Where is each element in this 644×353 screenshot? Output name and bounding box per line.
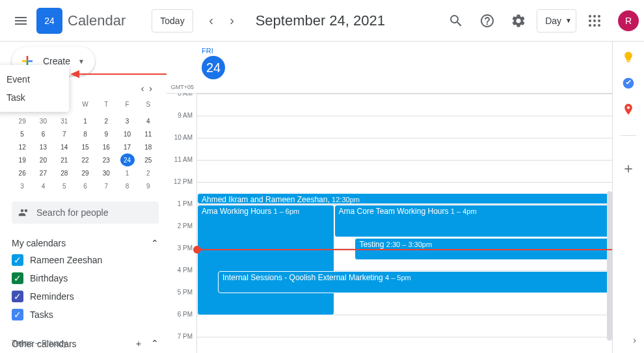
mini-cal-day[interactable]: 11: [141, 127, 155, 140]
day-number[interactable]: 24: [202, 56, 225, 79]
hour-label: 7 PM: [167, 333, 196, 353]
mini-cal-next[interactable]: ›: [146, 81, 155, 96]
hour-label: 10 AM: [167, 134, 196, 156]
mini-cal-day[interactable]: 24: [120, 153, 135, 166]
create-dropdown-menu: Event Task: [0, 65, 69, 112]
calendar-item[interactable]: ✓Birthdays: [12, 269, 159, 287]
mini-cal-day[interactable]: 1: [120, 166, 135, 179]
mini-cal-day[interactable]: 4: [36, 179, 50, 192]
terms-link[interactable]: Terms: [12, 339, 33, 348]
hour-label: 11 AM: [167, 156, 196, 178]
mini-cal-day[interactable]: 10: [120, 127, 135, 140]
mini-cal-day[interactable]: 28: [57, 166, 72, 179]
calendar-item[interactable]: ✓Rameen Zeeshan: [12, 251, 159, 269]
mini-cal-day[interactable]: 30: [99, 166, 113, 179]
mini-cal-day[interactable]: 7: [99, 179, 113, 192]
tasks-icon[interactable]: [622, 77, 635, 90]
mini-cal-day[interactable]: 3: [15, 179, 29, 192]
keep-icon[interactable]: [622, 51, 635, 64]
calendar-logo-icon: 24: [36, 8, 62, 34]
privacy-link[interactable]: Privacy: [42, 339, 67, 348]
settings-icon[interactable]: [505, 8, 531, 34]
current-date-title: September 24, 2021: [256, 12, 385, 29]
mini-cal-day[interactable]: 6: [78, 179, 92, 192]
mini-cal-day[interactable]: 6: [36, 127, 50, 140]
mini-cal-day[interactable]: 12: [15, 140, 29, 153]
calendar-item[interactable]: ✓Tasks: [12, 306, 159, 324]
mini-cal-day[interactable]: 5: [57, 179, 72, 192]
svg-point-1: [593, 15, 596, 18]
mini-cal-day[interactable]: 9: [99, 127, 113, 140]
add-calendar-icon[interactable]: ＋: [134, 338, 143, 348]
mini-cal-day[interactable]: 31: [57, 114, 72, 127]
mini-cal-day[interactable]: 1: [78, 114, 92, 127]
today-button[interactable]: Today: [152, 9, 193, 33]
calendar-event[interactable]: Internal Sessions - Qoolish External Mar…: [218, 271, 612, 293]
scrollbar[interactable]: [607, 191, 612, 341]
mini-cal-day[interactable]: 29: [78, 166, 92, 179]
hour-label: 2 PM: [167, 222, 196, 244]
search-people-input[interactable]: Search for people: [12, 202, 159, 224]
mini-cal-day[interactable]: 9: [141, 179, 155, 192]
mini-cal-day[interactable]: 13: [36, 140, 50, 153]
calendar-event[interactable]: Ahmed Ikram and Rameen Zeeshan, 12:30pm: [197, 193, 612, 204]
mini-cal-day[interactable]: 22: [78, 153, 92, 166]
prev-day-button[interactable]: ‹: [201, 10, 222, 31]
collapse-icon[interactable]: ⌃: [151, 338, 159, 348]
calendar-label: Reminders: [30, 291, 74, 302]
mini-cal-day[interactable]: 20: [36, 153, 50, 166]
collapse-icon[interactable]: ⌃: [151, 238, 159, 248]
checkbox-icon[interactable]: ✓: [12, 254, 23, 266]
mini-cal-day[interactable]: 30: [36, 114, 50, 127]
account-avatar[interactable]: R: [618, 10, 639, 31]
hour-label: 4 PM: [167, 267, 196, 289]
mini-cal-day[interactable]: 23: [99, 153, 113, 166]
mini-cal-day[interactable]: 2: [99, 114, 113, 127]
mini-cal-dow: F: [120, 98, 135, 111]
mini-cal-day[interactable]: 18: [141, 140, 155, 153]
mini-cal-day[interactable]: 27: [36, 166, 50, 179]
mini-cal-day[interactable]: 17: [120, 140, 135, 153]
logo[interactable]: 24 Calendar: [36, 8, 126, 34]
calendar-event[interactable]: Ama Working Hours 1 – 6pm: [197, 205, 334, 315]
search-icon[interactable]: [443, 8, 469, 34]
add-addon-button[interactable]: ＋: [615, 155, 641, 181]
mini-cal-day[interactable]: 5: [15, 127, 29, 140]
hide-panel-button[interactable]: ›: [633, 335, 636, 345]
svg-point-2: [598, 15, 600, 18]
mini-cal-day[interactable]: 8: [78, 127, 92, 140]
mini-cal-day[interactable]: 26: [15, 166, 29, 179]
checkbox-icon[interactable]: ✓: [12, 291, 23, 302]
mini-cal-day[interactable]: 19: [15, 153, 29, 166]
calendar-event[interactable]: Ama Core Team Working Hours 1 – 4pm: [334, 205, 612, 237]
view-selector[interactable]: Day▼: [537, 9, 576, 33]
mini-cal-prev[interactable]: ‹: [139, 81, 147, 96]
mini-cal-day[interactable]: 16: [99, 140, 113, 153]
next-day-button[interactable]: ›: [222, 10, 243, 31]
mini-cal-day[interactable]: 3: [120, 114, 135, 127]
calendar-label: Tasks: [30, 309, 53, 320]
create-event-option[interactable]: Event: [0, 70, 69, 88]
help-icon[interactable]: [474, 8, 500, 34]
app-name: Calendar: [68, 12, 126, 29]
mini-cal-day[interactable]: 7: [57, 127, 72, 140]
calendar-item[interactable]: ✓Reminders: [12, 287, 159, 306]
svg-point-4: [593, 20, 596, 22]
mini-cal-day[interactable]: 8: [120, 179, 135, 192]
mini-cal-day[interactable]: 29: [15, 114, 29, 127]
create-task-option[interactable]: Task: [0, 88, 69, 107]
mini-cal-day[interactable]: 15: [78, 140, 92, 153]
mini-cal-day[interactable]: 4: [141, 114, 155, 127]
mini-cal-day[interactable]: 2: [141, 166, 155, 179]
mini-cal-day[interactable]: 21: [57, 153, 72, 166]
hour-label: 8 AM: [167, 94, 196, 112]
main-menu-icon[interactable]: [5, 5, 36, 36]
search-placeholder: Search for people: [36, 207, 109, 218]
mini-cal-day[interactable]: 14: [57, 140, 72, 153]
mini-cal-day[interactable]: 25: [141, 153, 155, 166]
maps-icon[interactable]: [622, 103, 635, 116]
google-apps-icon[interactable]: [582, 8, 608, 34]
checkbox-icon[interactable]: ✓: [12, 272, 23, 284]
checkbox-icon[interactable]: ✓: [12, 309, 23, 320]
calendar-label: Birthdays: [30, 273, 68, 283]
